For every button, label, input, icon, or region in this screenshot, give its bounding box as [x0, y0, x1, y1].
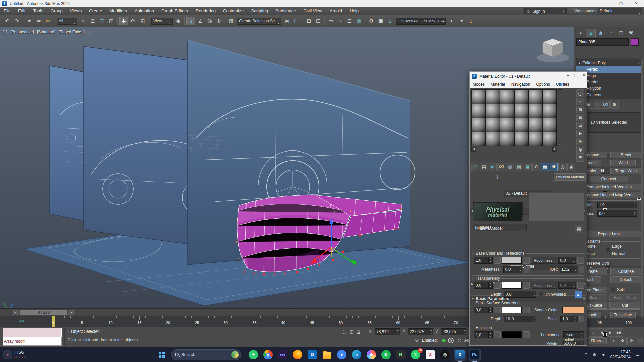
maximize-viewport-icon[interactable]: ⛶ — [636, 337, 644, 345]
target-weld-button[interactable]: Target Weld — [610, 168, 641, 174]
me-menu-options[interactable]: Options — [533, 82, 553, 87]
material-tools-icon[interactable]: ⚒ — [550, 163, 558, 171]
taskbar-app-messenger[interactable]: ✦ — [248, 349, 259, 360]
project-folder-field[interactable]: C:\Users\Axi...3ds Max 2024 — [396, 18, 446, 25]
crossing-selection-icon[interactable]: ◫ — [107, 17, 116, 25]
show-background-icon[interactable]: ▩ — [541, 163, 549, 171]
taskbar-app-outlook[interactable]: O — [307, 349, 318, 360]
material-map-navigator-icon[interactable]: ≣ — [576, 154, 584, 162]
use-pivot-center-icon[interactable]: ◉ — [174, 17, 183, 25]
menu-graph-editors[interactable]: Graph Editors — [158, 7, 192, 15]
layer-explorer-icon[interactable]: ▤ — [314, 17, 323, 25]
minimize-button[interactable]: – — [598, 0, 613, 7]
backlight-icon[interactable]: ◐ — [576, 98, 584, 105]
search-box[interactable]: Search — [171, 349, 241, 360]
reset-plane-button[interactable]: Reset Plane — [609, 294, 640, 301]
cut-button[interactable]: Cut — [609, 302, 640, 309]
menu-scripting[interactable]: Scripting — [248, 7, 272, 15]
select-move-icon[interactable]: ✚ — [119, 17, 128, 25]
render-production-icon[interactable]: ♨ — [386, 17, 394, 25]
background-icon[interactable]: ▩ — [576, 106, 584, 113]
ior-spinner[interactable]: 1,52▲▼ — [560, 266, 577, 273]
me-maximize-button[interactable]: ▢ — [574, 73, 578, 78]
sss-depth-spinner[interactable]: 10,0▲▼ — [504, 316, 536, 322]
schematic-view-icon[interactable]: ⊡ — [345, 17, 354, 25]
transparency-roughness-mode-dropdown[interactable]: Roughness▼ — [532, 282, 557, 289]
emission-color-swatch[interactable] — [502, 331, 522, 338]
material-sample-slot[interactable] — [543, 90, 557, 104]
viewport-general-menu[interactable]: [+] — [3, 29, 7, 34]
close-button[interactable]: ✕ — [629, 0, 644, 7]
material-sample-slot[interactable] — [486, 132, 500, 146]
material-sample-slot[interactable] — [514, 118, 528, 132]
me-menu-material[interactable]: Material — [488, 82, 508, 87]
scatter-color-swatch[interactable] — [562, 307, 584, 313]
weight-spinner[interactable]: 1,0▲▼ — [597, 202, 637, 208]
search-daily-image[interactable] — [231, 351, 239, 358]
ribbon-toggle-icon[interactable]: ▭ — [326, 17, 335, 25]
eyedropper-icon[interactable]: ✐ — [494, 174, 501, 180]
stock-widget[interactable]: ▾ IHSG -1,15% — [3, 350, 26, 359]
video-color-check-icon[interactable]: ▤ — [576, 122, 584, 129]
taskbar-app-browser[interactable]: ● — [336, 349, 347, 360]
pick-from-object-icon[interactable]: ◎ — [558, 163, 567, 171]
menu-customize[interactable]: Customize — [219, 7, 247, 15]
rect-region-icon[interactable]: ▢ — [98, 17, 106, 25]
assign-to-selection-icon[interactable]: ⊕ — [489, 163, 497, 171]
sss-color-swatch[interactable] — [502, 307, 522, 313]
material-sample-slot[interactable] — [514, 90, 528, 104]
material-sample-slot[interactable] — [500, 118, 514, 132]
spinner-snap-icon[interactable]: ⇅ — [215, 17, 223, 25]
material-sample-slot[interactable] — [486, 118, 500, 132]
material-editor-title-bar[interactable]: 3 Material Editor - 01 - Default – ▢ ✕ — [470, 72, 587, 81]
motion-tab-icon[interactable]: ◔ — [606, 29, 616, 37]
menu-create[interactable]: Create — [85, 7, 106, 15]
network-icon[interactable]: ⊕ — [593, 352, 596, 357]
selection-lock-icon[interactable]: ⚿ — [348, 329, 355, 336]
get-material-icon[interactable]: ◳ — [471, 163, 479, 171]
scroll-left-button[interactable]: ◀ — [471, 147, 476, 152]
weld-button[interactable]: Weld — [610, 160, 636, 166]
key-filters-button[interactable]: Filters... — [588, 337, 607, 344]
base-roughness-map-button[interactable] — [577, 257, 584, 264]
emission-weight-map-button[interactable] — [494, 331, 501, 338]
make-unique-icon[interactable]: ◇ — [593, 101, 601, 109]
sss-weight-map-button[interactable] — [494, 307, 501, 313]
material-sample-slot[interactable] — [500, 132, 514, 146]
maxscript-mini-listener-pink[interactable] — [3, 328, 62, 337]
stack-item-editable-poly[interactable]: ▼Editable Poly∴ — [576, 60, 642, 66]
me-menu-utilities[interactable]: Utilities — [553, 82, 572, 87]
scale-spinner[interactable]: 1,0▲▼ — [560, 316, 578, 322]
menu-views[interactable]: Views — [66, 7, 85, 15]
remove-modifier-icon[interactable]: ⌧ — [602, 101, 610, 109]
material-sample-slot[interactable] — [528, 90, 542, 104]
x-coordinate-field[interactable]: 73,919▲▼ — [375, 328, 400, 335]
viewport-shading-menu[interactable]: [Edged Faces] — [58, 29, 84, 34]
constraint-edge-radio[interactable] — [606, 248, 610, 252]
sample-type-icon[interactable]: ◯ — [576, 89, 584, 97]
material-sample-slot[interactable] — [514, 104, 528, 118]
thin-walled-checkbox[interactable] — [539, 292, 543, 296]
crease-spinner[interactable]: 0,0▲▼ — [597, 210, 637, 217]
delete-material-icon[interactable]: ⌧ — [497, 163, 505, 171]
previous-frame-button[interactable]: < — [13, 310, 19, 315]
display-tab-icon[interactable]: ▢ — [616, 29, 626, 37]
material-sample-slot[interactable] — [528, 118, 542, 132]
material-sample-slot[interactable] — [472, 132, 486, 146]
pan-icon[interactable]: ✥ — [619, 337, 627, 345]
material-type-button[interactable]: Physical Material — [554, 173, 586, 181]
hidden-icons-chevron[interactable]: ⌃ — [584, 352, 588, 357]
material-sample-slot[interactable] — [543, 104, 557, 118]
panel-scrollbar[interactable] — [641, 60, 643, 318]
save-preset-icon[interactable]: ▦ — [575, 225, 583, 233]
material-sample-slot[interactable] — [514, 132, 528, 146]
taskbar-app-photoshop[interactable]: Ps — [469, 349, 480, 360]
transparency-depth-spinner[interactable]: 0,0▲▼ — [504, 291, 536, 298]
sss-weight-spinner[interactable]: 0,0▲▼ — [474, 307, 493, 313]
save-material-icon[interactable]: ▦ — [524, 163, 532, 171]
select-by-name-icon[interactable]: ☰ — [88, 17, 97, 25]
put-to-scene-icon[interactable]: ◍ — [506, 163, 514, 171]
sss-color-map-button[interactable] — [523, 307, 530, 313]
unlink-icon[interactable]: ⚮ — [34, 17, 43, 25]
orbit-icon[interactable]: ⟳ — [627, 337, 635, 345]
